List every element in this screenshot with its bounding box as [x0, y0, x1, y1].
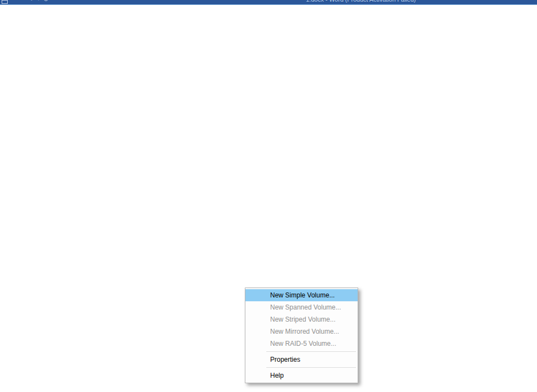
menu-item-properties[interactable]: Properties: [245, 354, 358, 366]
menu-item-new-spanned-volume: New Spanned Volume...: [245, 301, 358, 313]
context-menu: New Simple Volume... New Spanned Volume.…: [245, 288, 358, 383]
menu-item-new-raid5-volume: New RAID-5 Volume...: [245, 338, 358, 350]
menu-item-new-striped-volume: New Striped Volume...: [245, 313, 358, 325]
word-window-icon: [2, 0, 8, 4]
caret-down-icon[interactable]: ▾: [37, 0, 40, 2]
menu-item-help[interactable]: Help: [245, 369, 358, 382]
menu-item-new-mirrored-volume: New Mirrored Volume...: [245, 325, 358, 338]
undo-icon[interactable]: ↶: [30, 0, 35, 3]
background-word-titlebar[interactable]: ↶ ▾ 1.docx - Word (Product Activation Fa…: [0, 0, 537, 4]
menu-item-new-simple-volume[interactable]: New Simple Volume...: [245, 289, 358, 301]
menu-separator: [266, 367, 356, 368]
word-window-title: 1.docx - Word (Product Activation Failed…: [306, 0, 416, 3]
menu-separator: [266, 351, 356, 352]
ribbon-circle-icon: [44, 0, 48, 1]
screen: ↶ ▾ 1.docx - Word (Product Activation Fa…: [0, 0, 537, 392]
